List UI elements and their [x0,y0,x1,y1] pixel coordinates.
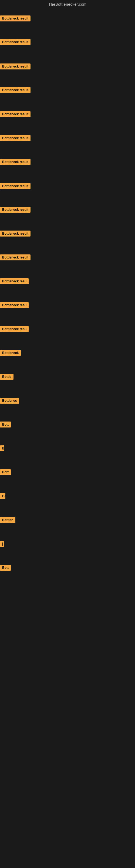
bottleneck-result-item: Bottleneck result [0,254,31,261]
bottleneck-result-item: Bottleneck resu [0,302,29,309]
bottleneck-badge: Bottleneck result [0,16,31,22]
bottleneck-badge: Bottleneck resu [0,326,29,332]
bottleneck-badge: Bottleneck result [0,183,31,189]
bottleneck-result-item: Bottleneck result [0,230,31,238]
bottleneck-badge: | [0,541,4,547]
bottleneck-badge: Bottleneck result [0,207,31,213]
bottleneck-result-item: Bottleneck resu [0,278,29,285]
bottleneck-result-item: Bott [0,565,11,572]
bottleneck-badge: Bottleneck resu [0,302,29,308]
bottleneck-badge: Bottlenec [0,398,19,404]
bottleneck-badge: Bottleneck resu [0,278,29,284]
bottleneck-result-item: Bottleneck result [0,135,31,142]
bottleneck-result-item: Bottle [0,374,13,381]
bottleneck-badge: Bottle [0,374,13,380]
bottleneck-badge: Bottleneck result [0,254,31,260]
bottleneck-result-item: Bott [0,469,11,476]
bottleneck-badge: Bo [0,493,5,499]
bottleneck-badge: B [0,445,4,452]
bottleneck-result-item: Bottlenec [0,398,19,405]
bottleneck-badge: Bott [0,422,11,428]
bottleneck-badge: Bottleneck result [0,111,31,117]
bottleneck-badge: Bottleneck result [0,39,31,45]
bottleneck-badge: Bottlen [0,517,15,523]
bottleneck-result-item: Bottleneck result [0,87,31,94]
bottleneck-badge: Bott [0,469,11,475]
bottleneck-result-item: Bottleneck result [0,39,31,46]
bottleneck-result-item: Bottleneck result [0,63,31,70]
bottleneck-badge: Bottleneck result [0,159,31,165]
site-title: TheBottlenecker.com [0,0,135,8]
bottleneck-result-item: Bottleneck result [0,207,31,214]
bottleneck-result-item: Bottleneck result [0,159,31,166]
bottleneck-badge: Bottleneck result [0,230,31,237]
bottleneck-result-item: Bottleneck result [0,16,31,23]
bottleneck-result-item: Bottleneck result [0,183,31,190]
bottleneck-badge: Bottleneck result [0,63,31,69]
bottleneck-result-item: Bottleneck [0,350,21,357]
bottleneck-result-item: Bott [0,422,11,429]
bottleneck-result-item: Bottleneck result [0,111,31,118]
bottleneck-badge: Bottleneck [0,350,21,356]
bottleneck-result-item: | [0,541,4,548]
bottleneck-result-item: Bottlen [0,517,15,524]
bottleneck-result-item: Bottleneck resu [0,326,29,333]
bottleneck-badge: Bottleneck result [0,87,31,93]
bottleneck-result-item: Bo [0,493,5,500]
bottleneck-badge: Bott [0,565,11,571]
bottleneck-badge: Bottleneck result [0,135,31,141]
bottleneck-result-item: B [0,445,4,453]
